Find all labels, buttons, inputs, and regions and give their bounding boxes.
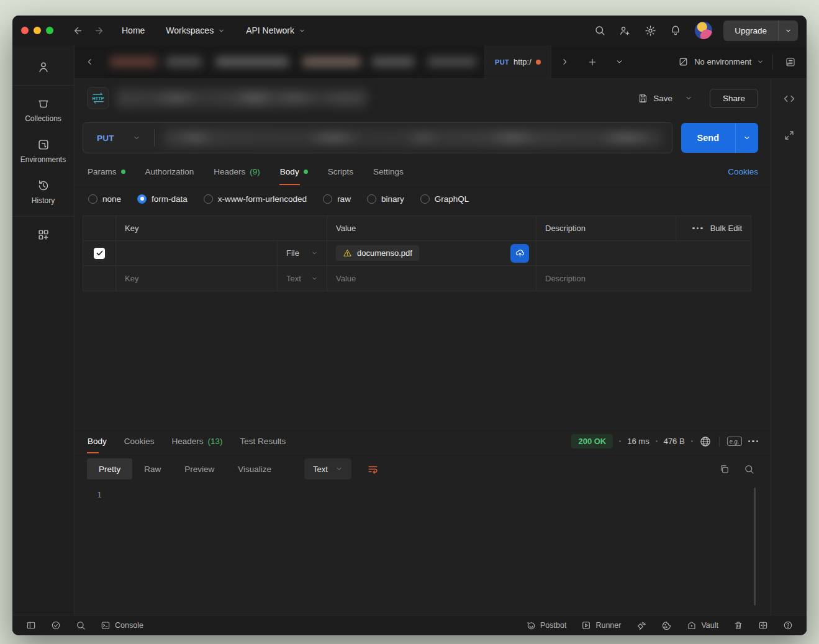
sidebar-item-environments[interactable]: Environments xyxy=(17,130,70,171)
view-visualize-button[interactable]: Visualize xyxy=(226,458,283,479)
bulk-edit-button[interactable]: Bulk Edit xyxy=(710,224,742,233)
response-scrollbar[interactable] xyxy=(754,488,756,605)
sidebar-item-more-tools[interactable] xyxy=(17,220,70,249)
runner-button[interactable]: Runner xyxy=(576,615,626,635)
active-request-tab[interactable]: PUT http:/ xyxy=(484,45,551,78)
nav-workspaces[interactable]: Workspaces xyxy=(166,25,225,35)
nav-api-network[interactable]: API Network xyxy=(246,25,305,35)
response-tab-body[interactable]: Body xyxy=(87,429,107,453)
tab-authorization[interactable]: Authorization xyxy=(145,158,195,185)
radio-none[interactable]: none xyxy=(88,194,121,204)
radio-graphql[interactable]: GraphQL xyxy=(420,194,469,204)
nav-home[interactable]: Home xyxy=(122,25,145,35)
upgrade-button[interactable]: Upgrade xyxy=(723,20,778,41)
trash-icon[interactable] xyxy=(728,615,748,635)
sidebar-item-collections[interactable]: Collections xyxy=(17,89,70,130)
status-check-icon[interactable] xyxy=(46,615,66,635)
search-response-icon[interactable] xyxy=(740,460,758,478)
value-input-cell[interactable]: Value xyxy=(327,266,536,291)
console-button[interactable]: Console xyxy=(96,615,148,635)
blurred-tabs[interactable] xyxy=(104,45,484,78)
expand-panel-icon[interactable] xyxy=(784,130,795,141)
notifications-bell-icon[interactable] xyxy=(670,25,681,36)
toggle-sidebar-icon[interactable] xyxy=(21,615,41,635)
help-icon[interactable] xyxy=(778,615,798,635)
tabs-scroll-right-icon[interactable] xyxy=(551,45,579,78)
copy-response-icon[interactable] xyxy=(715,460,733,478)
upgrade-dropdown-button[interactable] xyxy=(778,20,798,41)
invite-user-icon[interactable] xyxy=(619,25,631,37)
send-options-chevron-icon[interactable] xyxy=(735,123,758,153)
type-dropdown-text[interactable]: Text xyxy=(278,266,327,291)
zoom-window-button[interactable] xyxy=(46,27,53,34)
tab-params[interactable]: Params xyxy=(87,158,126,185)
tab-settings[interactable]: Settings xyxy=(373,158,404,185)
share-button[interactable]: Share xyxy=(710,89,758,108)
tab-scripts[interactable]: Scripts xyxy=(327,158,354,185)
status-badge[interactable]: 200 OK xyxy=(571,434,613,448)
value-column-header: Value xyxy=(327,216,536,240)
save-button[interactable]: Save xyxy=(631,89,679,108)
save-as-example-icon[interactable]: e.g. xyxy=(727,437,742,446)
key-input-cell[interactable]: Key xyxy=(116,266,278,291)
forward-icon[interactable] xyxy=(88,21,109,40)
key-input-cell[interactable] xyxy=(116,241,278,265)
method-selector[interactable]: PUT xyxy=(83,134,154,143)
response-tab-test-results[interactable]: Test Results xyxy=(240,429,287,453)
view-pretty-button[interactable]: Pretty xyxy=(87,458,132,479)
selected-file-chip[interactable]: documenso.pdf xyxy=(336,245,419,261)
response-body-editor[interactable]: 1 xyxy=(75,484,771,615)
settings-gear-icon[interactable] xyxy=(645,25,656,37)
response-test-results-label: Test Results xyxy=(240,437,286,446)
sidebar-item-history[interactable]: History xyxy=(17,171,70,212)
back-icon[interactable] xyxy=(67,21,88,40)
upload-file-button[interactable] xyxy=(510,244,529,263)
response-format-dropdown[interactable]: Text xyxy=(304,458,351,479)
column-options-icon[interactable] xyxy=(692,227,703,230)
view-preview-button[interactable]: Preview xyxy=(173,458,226,479)
cookies-icon[interactable] xyxy=(656,615,677,635)
response-size[interactable]: 476 B xyxy=(664,437,685,446)
vault-button[interactable]: Vault xyxy=(682,615,723,635)
select-all-cell[interactable] xyxy=(83,216,116,240)
environment-selector[interactable]: No environment xyxy=(671,45,771,78)
new-tab-plus-icon[interactable] xyxy=(579,45,606,78)
tabs-scroll-left-icon[interactable] xyxy=(75,45,104,78)
row-checkbox-checked[interactable] xyxy=(94,248,105,259)
search-icon[interactable] xyxy=(594,25,605,36)
find-icon[interactable] xyxy=(71,615,91,635)
code-snippet-icon[interactable] xyxy=(783,93,795,105)
cookies-link[interactable]: Cookies xyxy=(728,158,758,185)
close-window-button[interactable] xyxy=(21,27,29,34)
response-tab-cookies[interactable]: Cookies xyxy=(124,429,155,453)
response-tab-headers[interactable]: Headers (13) xyxy=(171,429,224,453)
save-options-chevron-icon[interactable] xyxy=(681,90,696,106)
postbot-button[interactable]: Postbot xyxy=(521,615,571,635)
radio-x-www-form-urlencoded[interactable]: x-www-form-urlencoded xyxy=(204,194,307,204)
sidebar-item-profile[interactable] xyxy=(17,53,70,81)
minimize-window-button[interactable] xyxy=(34,27,41,34)
capture-requests-icon[interactable] xyxy=(631,615,651,635)
user-avatar[interactable] xyxy=(695,22,712,39)
view-raw-button[interactable]: Raw xyxy=(132,458,173,479)
radio-form-data[interactable]: form-data xyxy=(137,194,188,204)
two-pane-layout-icon[interactable] xyxy=(753,615,773,635)
radio-binary[interactable]: binary xyxy=(367,194,404,204)
request-header-row: HTTP Save Share xyxy=(75,79,771,117)
row-checkbox-empty-cell[interactable] xyxy=(83,266,116,291)
response-more-options-icon[interactable] xyxy=(748,440,759,443)
blurred-url-input[interactable] xyxy=(165,129,662,147)
environment-quick-look-icon[interactable] xyxy=(774,45,807,78)
tab-options-chevron-icon[interactable] xyxy=(606,45,633,78)
type-dropdown-file[interactable]: File xyxy=(278,241,327,265)
network-globe-icon[interactable] xyxy=(699,435,712,448)
description-input-cell[interactable] xyxy=(536,241,751,265)
wrap-text-icon[interactable] xyxy=(363,458,384,479)
radio-raw[interactable]: raw xyxy=(323,194,351,204)
response-time[interactable]: 16 ms xyxy=(627,437,649,446)
blurred-request-name[interactable] xyxy=(117,89,367,107)
tab-headers[interactable]: Headers (9) xyxy=(213,158,261,185)
tab-body[interactable]: Body xyxy=(279,158,309,185)
description-input-cell[interactable]: Description xyxy=(536,266,751,291)
send-button[interactable]: Send xyxy=(681,123,735,153)
